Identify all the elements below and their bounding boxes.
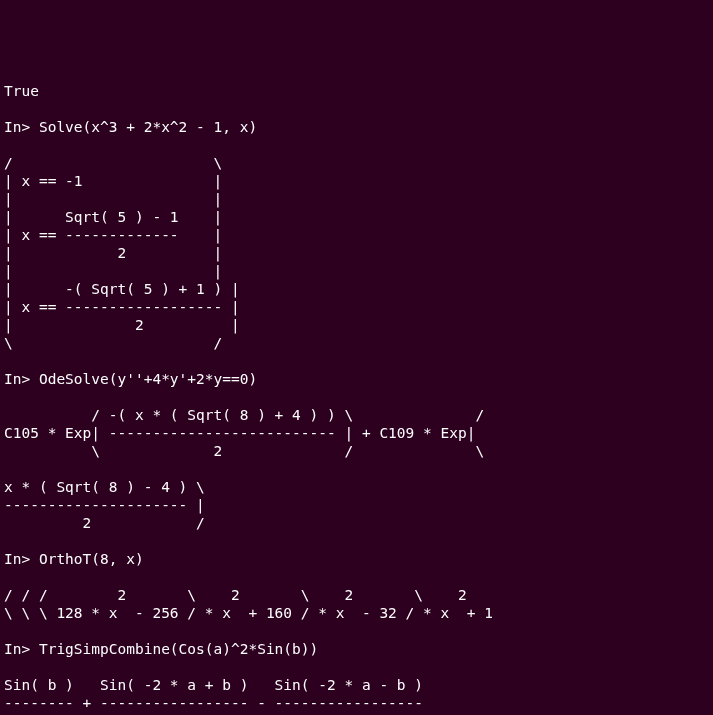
- terminal-line: | Sqrt( 5 ) - 1 |: [4, 208, 709, 226]
- terminal-line: / \: [4, 154, 709, 172]
- terminal-line: [4, 532, 709, 550]
- terminal-line: Sin( b ) Sin( -2 * a + b ) Sin( -2 * a -…: [4, 676, 709, 694]
- terminal-line: [4, 658, 709, 676]
- terminal-line: --------------------- |: [4, 496, 709, 514]
- terminal-line: / -( x * ( Sqrt( 8 ) + 4 ) ) \ /: [4, 406, 709, 424]
- terminal-line: | x == -1 |: [4, 172, 709, 190]
- terminal-line: | 2 |: [4, 244, 709, 262]
- terminal-line: -------- + ----------------- - ---------…: [4, 694, 709, 712]
- terminal-line: | x == ------------------ |: [4, 298, 709, 316]
- terminal-line: In> OrthoT(8, x): [4, 550, 709, 568]
- terminal-line: C105 * Exp| -------------------------- |…: [4, 424, 709, 442]
- terminal-output: True In> Solve(x^3 + 2*x^2 - 1, x) / \| …: [4, 82, 709, 715]
- terminal-line: [4, 352, 709, 370]
- terminal-line: | |: [4, 262, 709, 280]
- terminal-line: | 2 |: [4, 316, 709, 334]
- terminal-line: x * ( Sqrt( 8 ) - 4 ) \: [4, 478, 709, 496]
- terminal-line: In> OdeSolve(y''+4*y'+2*y==0): [4, 370, 709, 388]
- terminal-line: | |: [4, 190, 709, 208]
- terminal-line: [4, 388, 709, 406]
- terminal-line: | x == ------------- |: [4, 226, 709, 244]
- terminal-line: [4, 460, 709, 478]
- terminal-line: / / / 2 \ 2 \ 2 \ 2: [4, 586, 709, 604]
- terminal-line: [4, 100, 709, 118]
- terminal-line: \ \ \ 128 * x - 256 / * x + 160 / * x - …: [4, 604, 709, 622]
- terminal-line: \ 2 / \: [4, 442, 709, 460]
- terminal-line: In> TrigSimpCombine(Cos(a)^2*Sin(b)): [4, 640, 709, 658]
- terminal-line: \ /: [4, 334, 709, 352]
- terminal-line: True: [4, 82, 709, 100]
- terminal-line: In> Solve(x^3 + 2*x^2 - 1, x): [4, 118, 709, 136]
- terminal-line: | -( Sqrt( 5 ) + 1 ) |: [4, 280, 709, 298]
- terminal-line: 2 /: [4, 514, 709, 532]
- terminal-line: [4, 136, 709, 154]
- terminal-line: [4, 568, 709, 586]
- terminal-line: [4, 622, 709, 640]
